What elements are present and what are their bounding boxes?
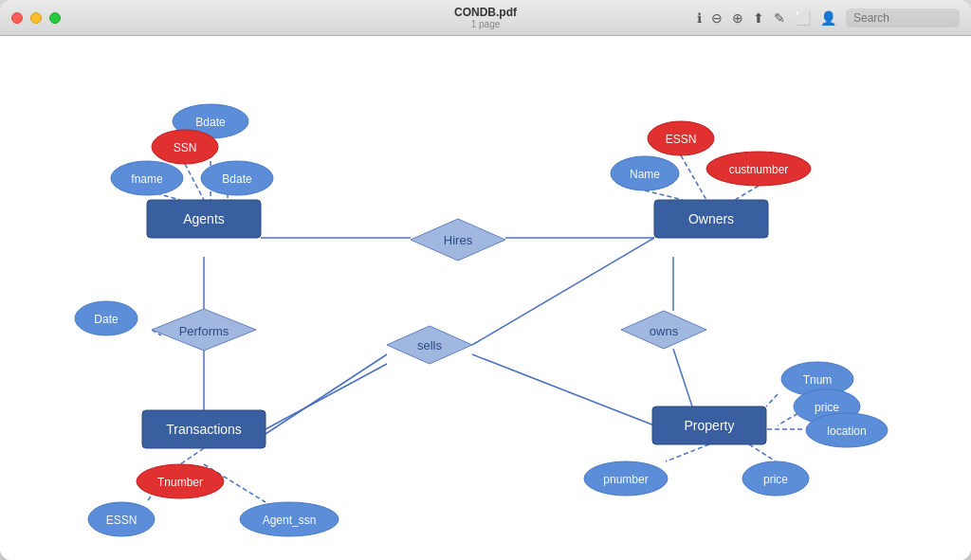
svg-line-7 xyxy=(645,190,683,200)
search-input[interactable] xyxy=(846,9,960,27)
essn-owner-label: ESSN xyxy=(666,133,697,146)
owners-label: Owners xyxy=(688,211,734,226)
date-label: Date xyxy=(94,313,119,326)
pnumber-label: pnumber xyxy=(603,473,648,486)
svg-line-6 xyxy=(681,155,706,200)
pencil-icon[interactable]: ✎ xyxy=(774,10,785,26)
svg-line-18 xyxy=(766,394,778,406)
ssn-label: SSN xyxy=(174,141,197,154)
zoom-in-icon[interactable]: ⊕ xyxy=(732,10,743,26)
svg-line-21 xyxy=(666,444,709,461)
owns-label: owns xyxy=(650,324,679,338)
name-owner-label: Name xyxy=(630,168,660,181)
svg-line-13 xyxy=(266,354,387,434)
svg-line-1 xyxy=(185,164,204,200)
share-icon[interactable]: ⬆ xyxy=(753,10,764,26)
svg-line-12 xyxy=(266,364,387,429)
titlebar-center: CONDB.pdf 1 page xyxy=(454,6,517,29)
window-subtitle: 1 page xyxy=(471,19,501,29)
app-window: CONDB.pdf 1 page ℹ ⊖ ⊕ ⬆ ✎ ⬜ 👤 xyxy=(0,0,971,560)
bdate2-label: Bdate xyxy=(222,172,252,186)
expand-icon[interactable]: ⬜ xyxy=(795,10,811,26)
essn-t-label: ESSN xyxy=(106,514,137,527)
fname-label: fname xyxy=(131,172,163,186)
custnumber-label: custnumber xyxy=(729,163,789,176)
location-label: location xyxy=(827,425,866,438)
svg-line-8 xyxy=(735,186,759,200)
titlebar: CONDB.pdf 1 page ℹ ⊖ ⊕ ⬆ ✎ ⬜ 👤 xyxy=(0,0,971,36)
tnum-label: Tnum xyxy=(803,373,833,387)
bdate1-label: Bdate xyxy=(195,116,226,129)
svg-line-15 xyxy=(472,354,654,425)
tnumber-label: Tnumber xyxy=(157,476,203,489)
transactions-label: Transactions xyxy=(166,422,242,437)
info-icon[interactable]: ℹ xyxy=(697,10,702,26)
close-button[interactable] xyxy=(11,12,23,24)
svg-line-17 xyxy=(673,349,692,406)
minimize-button[interactable] xyxy=(30,12,42,24)
er-diagram: Agents Owners Transactions Property Hire… xyxy=(0,36,971,560)
hires-label: Hires xyxy=(444,233,473,247)
property-label: Property xyxy=(685,418,735,433)
toolbar: ℹ ⊖ ⊕ ⬆ ✎ ⬜ 👤 xyxy=(697,9,960,27)
window-title: CONDB.pdf xyxy=(454,6,517,19)
price1-label: price xyxy=(815,401,839,414)
agent-ssn-label: Agent_ssn xyxy=(263,514,317,527)
svg-line-22 xyxy=(749,444,776,461)
person-icon[interactable]: 👤 xyxy=(820,10,836,26)
svg-line-23 xyxy=(180,448,204,464)
performs-label: Performs xyxy=(179,324,229,338)
sells-label: sells xyxy=(417,338,443,352)
price2-label: price xyxy=(763,473,788,486)
diagram-content: Agents Owners Transactions Property Hire… xyxy=(0,36,971,560)
zoom-out-icon[interactable]: ⊖ xyxy=(711,10,723,26)
traffic-lights xyxy=(11,12,61,24)
agents-label: Agents xyxy=(183,211,225,226)
maximize-button[interactable] xyxy=(49,12,61,24)
